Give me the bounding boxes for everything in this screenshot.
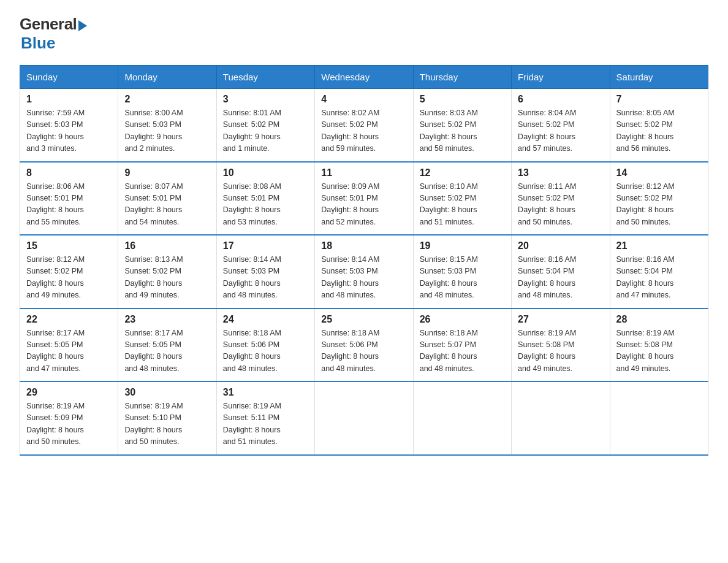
calendar-cell: 7Sunrise: 8:05 AMSunset: 5:02 PMDaylight… xyxy=(610,89,708,162)
day-info: Sunrise: 8:14 AMSunset: 5:03 PMDaylight:… xyxy=(321,254,406,302)
calendar-cell: 11Sunrise: 8:09 AMSunset: 5:01 PMDayligh… xyxy=(315,162,413,236)
day-info: Sunrise: 8:01 AMSunset: 5:02 PMDaylight:… xyxy=(223,107,308,155)
calendar-cell: 20Sunrise: 8:16 AMSunset: 5:04 PMDayligh… xyxy=(512,235,610,308)
calendar-cell: 10Sunrise: 8:08 AMSunset: 5:01 PMDayligh… xyxy=(216,162,314,236)
logo: General Blue xyxy=(20,15,87,53)
calendar-cell: 9Sunrise: 8:07 AMSunset: 5:01 PMDaylight… xyxy=(118,162,216,236)
day-number: 3 xyxy=(223,94,308,105)
day-info: Sunrise: 8:11 AMSunset: 5:02 PMDaylight:… xyxy=(518,181,603,229)
day-info: Sunrise: 8:06 AMSunset: 5:01 PMDaylight:… xyxy=(26,181,112,229)
day-number: 26 xyxy=(420,314,505,325)
day-info: Sunrise: 8:17 AMSunset: 5:05 PMDaylight:… xyxy=(124,327,210,375)
day-info: Sunrise: 8:19 AMSunset: 5:10 PMDaylight:… xyxy=(124,400,210,448)
day-number: 30 xyxy=(124,387,210,398)
day-info: Sunrise: 8:03 AMSunset: 5:02 PMDaylight:… xyxy=(420,107,505,155)
calendar-cell: 21Sunrise: 8:16 AMSunset: 5:04 PMDayligh… xyxy=(610,235,708,308)
day-number: 9 xyxy=(124,167,210,178)
logo-general-text: General xyxy=(20,15,77,34)
weekday-header-tuesday: Tuesday xyxy=(216,66,314,89)
calendar-cell: 5Sunrise: 8:03 AMSunset: 5:02 PMDaylight… xyxy=(413,89,511,162)
page-header: General Blue xyxy=(20,15,708,53)
day-number: 2 xyxy=(124,94,210,105)
day-info: Sunrise: 8:17 AMSunset: 5:05 PMDaylight:… xyxy=(26,327,112,375)
day-info: Sunrise: 8:16 AMSunset: 5:04 PMDaylight:… xyxy=(518,254,603,302)
calendar-cell xyxy=(610,381,708,455)
logo-first-line: General xyxy=(20,15,87,34)
day-number: 8 xyxy=(26,167,112,178)
day-info: Sunrise: 8:09 AMSunset: 5:01 PMDaylight:… xyxy=(321,181,406,229)
day-number: 12 xyxy=(420,167,505,178)
calendar-cell: 8Sunrise: 8:06 AMSunset: 5:01 PMDaylight… xyxy=(20,162,118,236)
day-info: Sunrise: 7:59 AMSunset: 5:03 PMDaylight:… xyxy=(26,107,112,155)
calendar-cell: 23Sunrise: 8:17 AMSunset: 5:05 PMDayligh… xyxy=(118,308,216,382)
calendar-cell: 19Sunrise: 8:15 AMSunset: 5:03 PMDayligh… xyxy=(413,235,511,308)
calendar-cell: 14Sunrise: 8:12 AMSunset: 5:02 PMDayligh… xyxy=(610,162,708,236)
day-number: 4 xyxy=(321,94,406,105)
day-info: Sunrise: 8:02 AMSunset: 5:02 PMDaylight:… xyxy=(321,107,406,155)
day-info: Sunrise: 8:19 AMSunset: 5:08 PMDaylight:… xyxy=(616,327,702,375)
week-row-4: 22Sunrise: 8:17 AMSunset: 5:05 PMDayligh… xyxy=(20,308,708,382)
calendar-cell xyxy=(413,381,511,455)
calendar-cell xyxy=(512,381,610,455)
calendar-cell: 2Sunrise: 8:00 AMSunset: 5:03 PMDaylight… xyxy=(118,89,216,162)
day-info: Sunrise: 8:16 AMSunset: 5:04 PMDaylight:… xyxy=(616,254,702,302)
calendar-cell: 25Sunrise: 8:18 AMSunset: 5:06 PMDayligh… xyxy=(315,308,413,382)
day-info: Sunrise: 8:00 AMSunset: 5:03 PMDaylight:… xyxy=(124,107,210,155)
calendar-cell: 15Sunrise: 8:12 AMSunset: 5:02 PMDayligh… xyxy=(20,235,118,308)
calendar-cell: 18Sunrise: 8:14 AMSunset: 5:03 PMDayligh… xyxy=(315,235,413,308)
week-row-3: 15Sunrise: 8:12 AMSunset: 5:02 PMDayligh… xyxy=(20,235,708,308)
logo-blue-line: Blue xyxy=(20,34,55,53)
weekday-header-thursday: Thursday xyxy=(413,66,511,89)
day-number: 25 xyxy=(321,314,406,325)
calendar-table: SundayMondayTuesdayWednesdayThursdayFrid… xyxy=(20,65,708,456)
calendar-cell: 17Sunrise: 8:14 AMSunset: 5:03 PMDayligh… xyxy=(216,235,314,308)
weekday-header-wednesday: Wednesday xyxy=(315,66,413,89)
day-info: Sunrise: 8:10 AMSunset: 5:02 PMDaylight:… xyxy=(420,181,505,229)
logo-arrow-icon xyxy=(78,20,87,31)
day-number: 14 xyxy=(616,167,702,178)
calendar-cell: 31Sunrise: 8:19 AMSunset: 5:11 PMDayligh… xyxy=(216,381,314,455)
day-number: 27 xyxy=(518,314,603,325)
day-number: 20 xyxy=(518,240,603,251)
calendar-cell: 26Sunrise: 8:18 AMSunset: 5:07 PMDayligh… xyxy=(413,308,511,382)
calendar-cell: 6Sunrise: 8:04 AMSunset: 5:02 PMDaylight… xyxy=(512,89,610,162)
logo-blue-text: Blue xyxy=(21,34,55,52)
calendar-cell: 16Sunrise: 8:13 AMSunset: 5:02 PMDayligh… xyxy=(118,235,216,308)
day-number: 7 xyxy=(616,94,702,105)
day-number: 6 xyxy=(518,94,603,105)
day-number: 5 xyxy=(420,94,505,105)
day-info: Sunrise: 8:15 AMSunset: 5:03 PMDaylight:… xyxy=(420,254,505,302)
calendar-cell: 28Sunrise: 8:19 AMSunset: 5:08 PMDayligh… xyxy=(610,308,708,382)
day-number: 28 xyxy=(616,314,702,325)
day-number: 10 xyxy=(223,167,308,178)
day-number: 31 xyxy=(223,387,308,398)
day-info: Sunrise: 8:08 AMSunset: 5:01 PMDaylight:… xyxy=(223,181,308,229)
day-info: Sunrise: 8:05 AMSunset: 5:02 PMDaylight:… xyxy=(616,107,702,155)
calendar-cell: 30Sunrise: 8:19 AMSunset: 5:10 PMDayligh… xyxy=(118,381,216,455)
calendar-cell: 1Sunrise: 7:59 AMSunset: 5:03 PMDaylight… xyxy=(20,89,118,162)
week-row-2: 8Sunrise: 8:06 AMSunset: 5:01 PMDaylight… xyxy=(20,162,708,236)
weekday-header-saturday: Saturday xyxy=(610,66,708,89)
weekday-header-sunday: Sunday xyxy=(20,66,118,89)
day-info: Sunrise: 8:19 AMSunset: 5:11 PMDaylight:… xyxy=(223,400,308,448)
weekday-header-friday: Friday xyxy=(512,66,610,89)
day-info: Sunrise: 8:13 AMSunset: 5:02 PMDaylight:… xyxy=(124,254,210,302)
day-number: 24 xyxy=(223,314,308,325)
day-number: 29 xyxy=(26,387,112,398)
day-number: 22 xyxy=(26,314,112,325)
day-number: 19 xyxy=(420,240,505,251)
day-number: 1 xyxy=(26,94,112,105)
calendar-cell: 22Sunrise: 8:17 AMSunset: 5:05 PMDayligh… xyxy=(20,308,118,382)
day-number: 11 xyxy=(321,167,406,178)
week-row-1: 1Sunrise: 7:59 AMSunset: 5:03 PMDaylight… xyxy=(20,89,708,162)
day-info: Sunrise: 8:12 AMSunset: 5:02 PMDaylight:… xyxy=(616,181,702,229)
calendar-cell xyxy=(315,381,413,455)
calendar-cell: 29Sunrise: 8:19 AMSunset: 5:09 PMDayligh… xyxy=(20,381,118,455)
day-info: Sunrise: 8:18 AMSunset: 5:07 PMDaylight:… xyxy=(420,327,505,375)
weekday-header-row: SundayMondayTuesdayWednesdayThursdayFrid… xyxy=(20,66,708,89)
day-info: Sunrise: 8:18 AMSunset: 5:06 PMDaylight:… xyxy=(321,327,406,375)
day-info: Sunrise: 8:18 AMSunset: 5:06 PMDaylight:… xyxy=(223,327,308,375)
day-info: Sunrise: 8:07 AMSunset: 5:01 PMDaylight:… xyxy=(124,181,210,229)
day-info: Sunrise: 8:12 AMSunset: 5:02 PMDaylight:… xyxy=(26,254,112,302)
day-number: 15 xyxy=(26,240,112,251)
